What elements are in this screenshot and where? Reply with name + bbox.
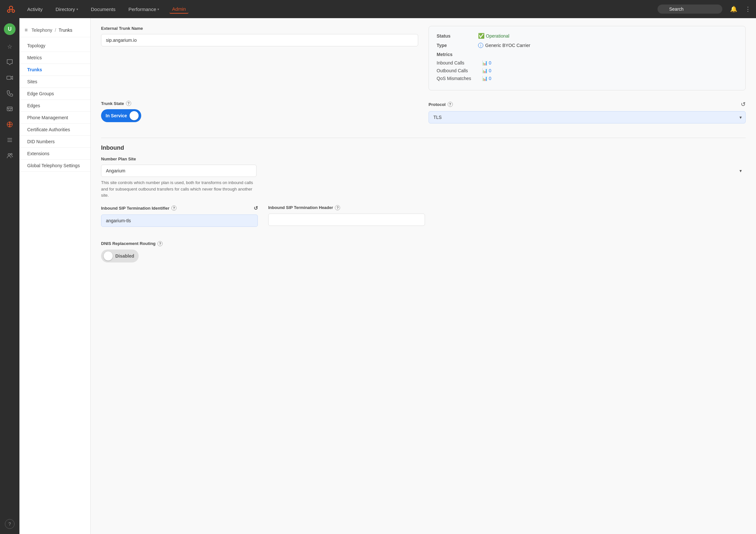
dnis-replacement-routing-toggle[interactable]: Disabled xyxy=(101,249,139,263)
divider xyxy=(101,138,746,138)
inbound-sip-termination-header-input[interactable] xyxy=(268,213,425,226)
sidebar-item-extensions[interactable]: Extensions xyxy=(19,148,90,160)
sidebar-icon-star[interactable]: ☆ xyxy=(3,40,16,53)
sidebar-item-sites[interactable]: Sites xyxy=(19,76,90,88)
protocol-label: Protocol ? xyxy=(428,102,453,107)
sidebar-icon-chat[interactable] xyxy=(3,56,16,69)
number-plan-site-label: Number Plan Site xyxy=(101,156,746,161)
nav-activity[interactable]: Activity xyxy=(25,5,45,13)
inbound-section: Inbound Number Plan Site Angarium ▾ This… xyxy=(101,145,746,263)
sidebar-icon-phone[interactable] xyxy=(3,87,16,100)
dnis-replacement-routing-label: DNIS Replacement Routing ? xyxy=(101,241,746,246)
sidebar-item-trunks[interactable]: Trunks xyxy=(19,64,90,76)
trunk-state-toggle-label: In Service xyxy=(106,113,127,118)
qos-mismatches-label: QoS Mismatches xyxy=(437,76,482,81)
qos-mismatches-value[interactable]: 📊 0 xyxy=(482,76,491,81)
sidebar-item-certificate-authorities[interactable]: Certificate Authorities xyxy=(19,124,90,136)
app-logo xyxy=(5,3,17,15)
protocol-select[interactable]: TLS TCP UDP xyxy=(428,111,746,124)
sidebar-icon-help[interactable]: ? xyxy=(5,519,14,529)
protocol-help-icon[interactable]: ? xyxy=(447,102,453,107)
trunk-state-section: Trunk State ? In Service xyxy=(101,101,418,122)
inbound-sip-header-help-icon[interactable]: ? xyxy=(335,205,340,210)
type-value: i Generic BYOC Carrier xyxy=(478,43,530,48)
status-label: Status xyxy=(437,33,475,39)
bottom-icons: ? xyxy=(5,519,14,534)
svg-rect-5 xyxy=(7,76,11,79)
inbound-sip-termination-header-label: Inbound SIP Termination Header ? xyxy=(268,205,425,210)
inbound-sip-refresh-icon[interactable]: ↺ xyxy=(254,205,258,211)
inbound-sip-termination-id-input[interactable] xyxy=(101,214,258,227)
qos-mismatches-row: QoS Mismatches 📊 0 xyxy=(437,76,738,81)
inbound-sip-termination-id-label: Inbound SIP Termination Identifier ? ↺ xyxy=(101,205,258,211)
breadcrumb-current: Trunks xyxy=(59,28,72,33)
inbound-calls-label: Inbound Calls xyxy=(437,60,482,66)
sidebar-icon-inbox[interactable] xyxy=(3,102,16,115)
protocol-section: Protocol ? ↺ TLS TCP UDP ▾ xyxy=(428,101,746,124)
search-input[interactable] xyxy=(658,5,722,14)
inbound-heading: Inbound xyxy=(101,145,746,151)
svg-point-2 xyxy=(12,10,14,12)
content-area: External Trunk Name Status ✅ Operational… xyxy=(91,18,756,534)
nav-admin[interactable]: Admin xyxy=(169,5,189,14)
left-sidebar: U ☆ xyxy=(0,18,19,534)
nav-directory[interactable]: Directory ▾ xyxy=(53,5,81,13)
dnis-help-icon[interactable]: ? xyxy=(157,241,163,246)
sidebar-icon-users[interactable] xyxy=(3,149,16,162)
trunk-state-label: Trunk State ? xyxy=(101,101,418,106)
avatar[interactable]: U xyxy=(4,23,15,35)
more-options-icon[interactable]: ⋮ xyxy=(745,6,751,13)
breadcrumb: ≡ Telephony / Trunks xyxy=(19,23,90,37)
inbound-sip-termination-header-group: Inbound SIP Termination Header ? xyxy=(268,205,425,227)
nav-documents[interactable]: Documents xyxy=(89,5,118,13)
menu-icon[interactable]: ≡ xyxy=(25,27,28,33)
inbound-sip-termination-id-group: Inbound SIP Termination Identifier ? ↺ xyxy=(101,205,258,227)
toggle-knob xyxy=(104,251,113,261)
external-trunk-name-input[interactable] xyxy=(101,34,418,46)
trunk-state-help-icon[interactable]: ? xyxy=(126,101,131,106)
protocol-header: Protocol ? ↺ xyxy=(428,101,746,108)
top-navigation: Activity Directory ▾ Documents Performan… xyxy=(0,0,756,18)
sidebar-item-topology[interactable]: Topology xyxy=(19,40,90,52)
external-trunk-name-label: External Trunk Name xyxy=(101,26,418,31)
svg-point-0 xyxy=(10,6,13,10)
type-label: Type xyxy=(437,43,475,48)
chevron-down-icon: ▾ xyxy=(740,168,742,173)
refresh-icon[interactable]: ↺ xyxy=(741,101,746,108)
outbound-calls-label: Outbound Calls xyxy=(437,68,482,73)
sidebar-item-did-numbers[interactable]: DID Numbers xyxy=(19,136,90,148)
external-trunk-name-section: External Trunk Name xyxy=(101,26,418,90)
nav-performance[interactable]: Performance ▾ xyxy=(126,5,162,13)
number-plan-site-wrapper: Angarium ▾ xyxy=(101,165,746,177)
number-plan-site-select[interactable]: Angarium xyxy=(101,165,256,177)
breadcrumb-parent[interactable]: Telephony xyxy=(31,28,52,33)
sidebar-item-metrics[interactable]: Metrics xyxy=(19,52,90,64)
chart-icon: 📊 xyxy=(482,76,487,81)
main-container: ≡ Telephony / Trunks Topology Metrics Tr… xyxy=(19,18,756,534)
chevron-down-icon: ▾ xyxy=(157,8,159,11)
sidebar-icon-network[interactable] xyxy=(3,118,16,131)
check-circle-icon: ✅ xyxy=(478,33,485,39)
status-card: Status ✅ Operational Type i Generic BYOC… xyxy=(428,26,746,90)
outbound-calls-value[interactable]: 📊 0 xyxy=(482,68,491,73)
sidebar-icon-list[interactable] xyxy=(3,133,16,147)
inbound-calls-value[interactable]: 📊 0 xyxy=(482,60,491,66)
sidebar-item-global-telephony-settings[interactable]: Global Telephony Settings xyxy=(19,160,90,172)
inbound-sip-help-icon[interactable]: ? xyxy=(171,206,176,211)
sidebar-item-edges[interactable]: Edges xyxy=(19,100,90,112)
chevron-down-icon: ▾ xyxy=(76,8,78,11)
svg-point-12 xyxy=(11,154,12,155)
sidebar-item-phone-management[interactable]: Phone Management xyxy=(19,112,90,124)
bell-icon[interactable]: 🔔 xyxy=(730,6,737,13)
status-row: Status ✅ Operational xyxy=(437,33,738,39)
outbound-calls-row: Outbound Calls 📊 0 xyxy=(437,68,738,73)
sidebar-icon-video[interactable] xyxy=(3,71,16,84)
secondary-sidebar: ≡ Telephony / Trunks Topology Metrics Tr… xyxy=(19,18,91,534)
metrics-label: Metrics xyxy=(437,52,738,57)
sidebar-item-edge-groups[interactable]: Edge Groups xyxy=(19,88,90,100)
dnis-replacement-routing-group: DNIS Replacement Routing ? Disabled xyxy=(101,241,746,263)
svg-point-11 xyxy=(8,154,10,155)
protocol-select-wrapper: TLS TCP UDP ▾ xyxy=(428,111,746,124)
trunk-state-toggle[interactable]: In Service xyxy=(101,109,141,122)
metrics-section: Metrics Inbound Calls 📊 0 Outbound Calls… xyxy=(437,52,738,81)
